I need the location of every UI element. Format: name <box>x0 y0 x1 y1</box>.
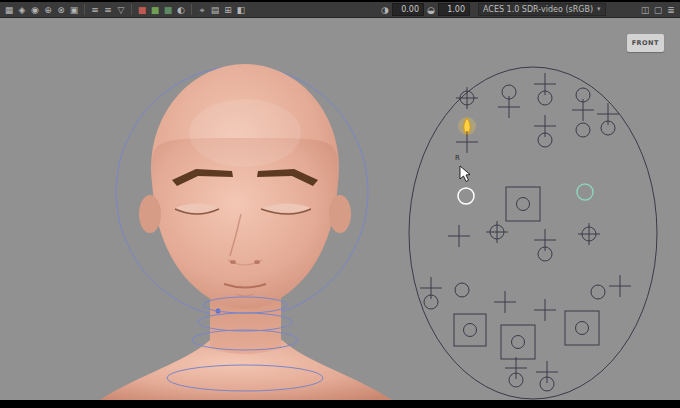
rig-white-circle[interactable] <box>458 188 474 204</box>
cursor-hint-text: R <box>455 154 460 162</box>
view-transform-label: ACES 1.0 SDR-video (sRGB) <box>483 4 593 15</box>
chevron-down-icon: ▾ <box>597 4 601 15</box>
input-operations-icon[interactable]: ≡ <box>89 4 101 16</box>
rig-plus[interactable] <box>494 291 516 313</box>
snap-point-icon[interactable]: ◉ <box>29 4 41 16</box>
rig-square-circle[interactable] <box>501 325 535 359</box>
rig-plus[interactable] <box>572 99 594 121</box>
snap-projected-center-icon[interactable]: ⊕ <box>42 4 54 16</box>
exposure-field[interactable]: 0.00 <box>392 3 424 16</box>
rig-square-circle[interactable] <box>565 311 599 345</box>
ear-left <box>139 195 161 233</box>
rig-square-circle[interactable] <box>506 187 540 221</box>
forehead-highlight <box>189 99 301 167</box>
texture-view-icon[interactable]: ▤ <box>209 4 221 16</box>
gamma-field[interactable]: 1.00 <box>438 3 470 16</box>
rig-teal-circle[interactable] <box>577 184 593 200</box>
nostril-left <box>230 260 236 264</box>
rig-plus[interactable] <box>448 225 470 247</box>
render-settings-icon[interactable]: ◐ <box>175 4 187 16</box>
rig-plus[interactable] <box>420 277 442 299</box>
rig-plus[interactable] <box>456 131 478 153</box>
rig-circle[interactable] <box>576 123 590 137</box>
rig-oval <box>409 67 657 399</box>
rig-circle[interactable] <box>591 285 605 299</box>
ipr-render-icon[interactable]: ■ <box>149 4 161 16</box>
snap-view-plane-icon[interactable]: ⊗ <box>55 4 67 16</box>
head-model <box>100 64 392 400</box>
rig-plus-circle[interactable] <box>578 223 600 245</box>
maximize-viewport-icon[interactable]: ▢ <box>652 4 664 16</box>
viewport-canvas[interactable] <box>0 18 680 400</box>
video-frame: ▦◈◉⊕⊗▣≡≡▽■■■◐⌖▤⊞◧◑0.00◒1.00ACES 1.0 SDR-… <box>0 0 680 408</box>
exposure-icon[interactable]: ◑ <box>379 4 391 16</box>
rig-plus[interactable] <box>498 96 520 118</box>
render-abort-icon[interactable]: ■ <box>136 4 148 16</box>
camera-bookmark-front[interactable]: FRONT <box>627 34 664 52</box>
toolbar-separator <box>131 4 132 15</box>
paint-effects-icon[interactable]: ◧ <box>235 4 247 16</box>
rig-plus-circle[interactable] <box>486 221 508 243</box>
rig-plus[interactable] <box>609 275 631 297</box>
panel-menu-icon[interactable]: ≣ <box>665 4 677 16</box>
output-operations-icon[interactable]: ≡ <box>102 4 114 16</box>
view-transform-dropdown[interactable]: ACES 1.0 SDR-video (sRGB)▾ <box>478 3 606 16</box>
rig-plus[interactable] <box>505 357 527 379</box>
panel-layout-icon[interactable]: ◫ <box>639 4 651 16</box>
rig-plus[interactable] <box>597 103 619 125</box>
gamma-icon[interactable]: ◒ <box>425 4 437 16</box>
rig-plus[interactable] <box>534 73 556 95</box>
rig-square-circle[interactable] <box>454 314 486 346</box>
face-rig-panel <box>409 67 657 399</box>
toolbar-separator <box>191 4 192 15</box>
rig-circle[interactable] <box>455 283 469 297</box>
make-live-icon[interactable]: ▣ <box>68 4 80 16</box>
snap-grid-icon[interactable]: ▦ <box>3 4 15 16</box>
render-region-icon[interactable]: ■ <box>162 4 174 16</box>
rig-plus-circle[interactable] <box>456 87 478 109</box>
rig-plus[interactable] <box>536 361 558 383</box>
letterbox-bottom <box>0 400 680 408</box>
toolbar-separator <box>84 4 85 15</box>
rig-plus[interactable] <box>534 115 556 137</box>
status-line: ▦◈◉⊕⊗▣≡≡▽■■■◐⌖▤⊞◧◑0.00◒1.00ACES 1.0 SDR-… <box>0 2 680 18</box>
snap-curve-icon[interactable]: ◈ <box>16 4 28 16</box>
rig-plus[interactable] <box>534 229 556 251</box>
render-view-icon[interactable]: ⌖ <box>196 4 208 16</box>
viewport-front[interactable]: FRONT R <box>0 18 680 400</box>
nostril-right <box>254 260 260 264</box>
construction-history-icon[interactable]: ▽ <box>115 4 127 16</box>
rig-plus[interactable] <box>534 299 556 321</box>
hypershade-icon[interactable]: ⊞ <box>222 4 234 16</box>
ear-right <box>329 195 351 233</box>
